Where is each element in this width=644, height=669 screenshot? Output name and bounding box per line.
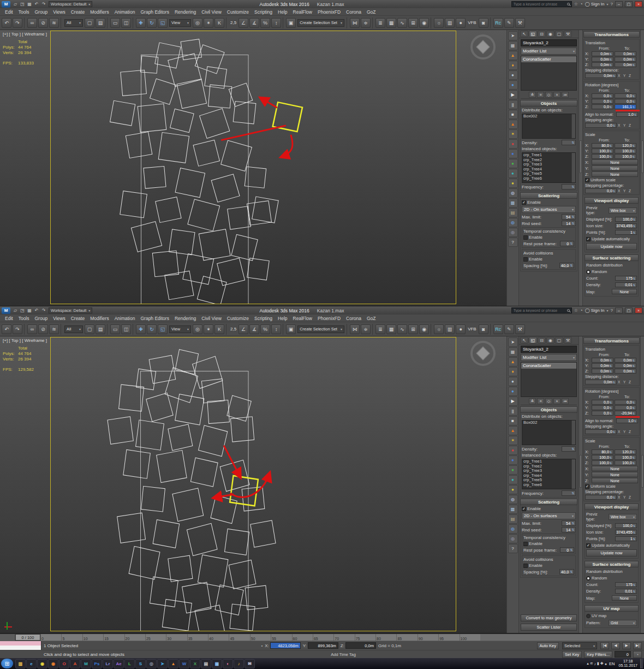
uniform-scale-checkbox[interactable]	[585, 178, 589, 182]
foam-icon[interactable]: ◍	[508, 188, 518, 198]
translate-z-to-field[interactable]: 0,0m	[615, 62, 636, 67]
maxscript-mini-listener[interactable]	[0, 641, 41, 650]
star-icon[interactable]: ☆	[574, 308, 578, 313]
start-button[interactable]: ⊞	[1, 659, 13, 668]
clock[interactable]: 17:1805.11.2017	[618, 659, 637, 668]
droplet-yellow-icon[interactable]: ●	[508, 179, 518, 188]
fire-icon[interactable]: ▲	[508, 357, 518, 366]
globe-icon[interactable]: ◍	[508, 524, 518, 534]
wireframe-box[interactable]	[172, 488, 204, 522]
menu-item-scripting[interactable]: Scripting	[252, 9, 275, 15]
wireframe-box[interactable]	[168, 54, 201, 87]
show-desktop-button[interactable]	[640, 659, 643, 668]
maximize-button[interactable]: ▢	[625, 307, 633, 313]
wireframe-box[interactable]	[121, 70, 147, 96]
wireframe-box[interactable]	[198, 555, 228, 587]
translate-y-to-field[interactable]: 0,0m	[615, 57, 636, 62]
aftereffects-icon[interactable]: Ae	[114, 659, 124, 668]
spacing-field[interactable]: 40,0	[559, 263, 574, 268]
align-icon[interactable]: ≑	[361, 324, 371, 334]
menu-item-tools[interactable]: Tools	[16, 9, 32, 15]
menu-item-modifiers[interactable]: Modifiers	[87, 9, 111, 15]
menu-item-create[interactable]: Create	[68, 316, 88, 321]
menu-item-tools[interactable]: Tools	[16, 316, 32, 321]
help-icon[interactable]: ?	[508, 238, 518, 247]
icon-size-field[interactable]: 3743,455	[615, 223, 637, 228]
transformations-header[interactable]: Transformations	[583, 338, 640, 344]
corona-camera-icon[interactable]: ◙	[479, 324, 488, 334]
snaps-toggle-icon[interactable]: ∠	[238, 18, 248, 28]
menu-item-civil-view[interactable]: Civil View	[199, 9, 224, 15]
transform-panel-scrollbar[interactable]	[640, 336, 644, 633]
rotate-x-to-field[interactable]: 0,0	[615, 400, 636, 405]
wireframe-box[interactable]	[230, 604, 255, 631]
keyboard-override-icon[interactable]: K	[214, 324, 224, 334]
rotate-x-to-field[interactable]: 0,0	[615, 93, 636, 98]
surface-scattering-header[interactable]: Surface scattering	[585, 561, 639, 567]
rotate-y-from-field[interactable]: 0,0	[592, 405, 613, 410]
render-setup-icon[interactable]: ☼	[434, 324, 444, 334]
script-editor-icon[interactable]: ✎	[504, 18, 514, 28]
wireframe-box[interactable]	[201, 379, 224, 403]
wireframe-box[interactable]	[175, 394, 204, 425]
add-time-tag-button[interactable]: Add Time Tag	[331, 652, 356, 657]
go-to-end-button[interactable]: ▶|	[633, 642, 642, 649]
unlink-selection-icon[interactable]: ⊘	[38, 18, 48, 28]
scale-z-to-field[interactable]: 100,0	[615, 154, 636, 159]
telegram-icon[interactable]: ➤	[157, 659, 168, 668]
translate-x-from-field[interactable]: 0,0m	[592, 358, 613, 363]
rest-pose-field[interactable]: 0	[560, 547, 574, 553]
menu-item-corona[interactable]: Corona	[343, 9, 364, 15]
view-cube[interactable]	[470, 34, 496, 60]
z-coord-field[interactable]: 0,0m	[345, 642, 376, 649]
close-button[interactable]: ×	[635, 1, 642, 7]
distribute-item[interactable]: Box002	[522, 114, 575, 119]
rotate-z-to-field[interactable]: 161,1	[615, 104, 636, 109]
object-name-field[interactable]: Stoyanka3_2	[521, 39, 577, 46]
wireframe-box[interactable]	[165, 368, 198, 402]
max-logo-icon[interactable]: M	[2, 307, 10, 314]
timeline-tick[interactable]: 75	[355, 634, 375, 641]
menu-item-animation[interactable]: Animation	[112, 9, 138, 15]
clock-history-icon[interactable]: ◔	[580, 308, 583, 313]
cloud-icon[interactable]: ●	[508, 70, 518, 80]
wireframe-box[interactable]	[195, 45, 224, 74]
menu-item-goz[interactable]: GoZ	[364, 316, 379, 321]
show-end-result-icon[interactable]: ≡	[537, 398, 544, 404]
flame-icon[interactable]: ♦	[508, 61, 518, 70]
wireframe-box[interactable]	[211, 495, 237, 524]
timeline-tick[interactable]: 5	[61, 634, 82, 641]
temporal-enable-checkbox[interactable]	[523, 235, 528, 240]
opera-icon[interactable]: O	[59, 659, 69, 668]
timeline-tick[interactable]: 20	[124, 634, 145, 641]
rectangular-selection-icon[interactable]: ▭	[110, 324, 120, 334]
calculator-icon[interactable]: ▦	[212, 659, 222, 668]
previz-type-dropdown[interactable]: Wire box▾	[609, 514, 637, 520]
avoid-enable-checkbox[interactable]	[523, 257, 528, 262]
modify-tab-icon[interactable]: ◱	[529, 337, 537, 344]
layer-manager-icon[interactable]: ≣	[375, 324, 385, 334]
transform-type-in-lock-icon[interactable]: ▪	[261, 644, 263, 648]
wireframe-box[interactable]	[168, 555, 193, 582]
max-limit-field[interactable]: 54	[562, 214, 576, 220]
wireframe-box[interactable]	[129, 546, 160, 579]
save-file-icon[interactable]: ▦	[26, 2, 33, 7]
scale-x-to-field[interactable]: 120,0	[615, 143, 636, 148]
wireframe-box[interactable]	[229, 560, 256, 589]
timeline-tick[interactable]: 35	[187, 634, 208, 641]
wireframe-box[interactable]	[152, 251, 178, 277]
wireframe-box[interactable]	[175, 168, 205, 198]
cd-icon[interactable]: ◎	[508, 228, 518, 237]
select-and-rotate-icon[interactable]: ↻	[147, 18, 157, 28]
reference-coordinate-dropdown[interactable]: View▾	[169, 19, 191, 27]
viewport[interactable]	[50, 31, 456, 304]
angle-snap-icon[interactable]: ∡	[249, 324, 259, 334]
hierarchy-tab-icon[interactable]: ⊟	[538, 31, 546, 37]
viewport-canvas[interactable]	[51, 338, 456, 631]
scatter-bounds[interactable]	[141, 55, 248, 304]
current-frame-field[interactable]: 0	[615, 651, 631, 658]
curve-editor-icon[interactable]: ∿	[397, 18, 407, 28]
rotate-y-to-field[interactable]: 0,0	[615, 99, 636, 104]
sphere-blue-icon[interactable]: ●	[508, 387, 518, 396]
pin-stack-icon[interactable]: ≙	[529, 398, 536, 404]
